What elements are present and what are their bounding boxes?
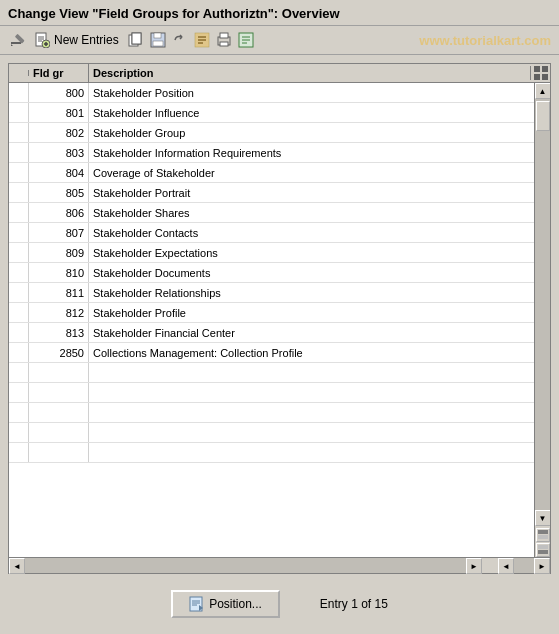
table-row[interactable]: 805 Stakeholder Portrait (9, 183, 534, 203)
row-fldgr-cell: 801 (29, 103, 89, 122)
row-select-empty (9, 423, 29, 442)
scroll-left-arrow2[interactable]: ◄ (498, 558, 514, 574)
svg-rect-21 (220, 33, 228, 38)
undo-icon[interactable] (171, 31, 189, 49)
edit-icon[interactable] (8, 31, 26, 49)
row-desc-cell: Stakeholder Relationships (89, 283, 534, 302)
row-select-cell (9, 103, 29, 122)
row-select-empty (9, 443, 29, 462)
scroll-extra-down-icon (538, 545, 548, 555)
vertical-scrollbar[interactable]: ▲ ▼ (534, 83, 550, 557)
position-button[interactable]: Position... (171, 590, 280, 618)
row-desc-cell: Stakeholder Financial Center (89, 323, 534, 342)
row-select-cell (9, 203, 29, 222)
svg-rect-31 (538, 530, 548, 534)
scroll-right-arrow2[interactable]: ► (534, 558, 550, 574)
row-select-cell (9, 343, 29, 362)
table-row[interactable]: 800 Stakeholder Position (9, 83, 534, 103)
scroll-down-arrow[interactable]: ▼ (535, 510, 551, 526)
scroll-track-h2[interactable] (514, 558, 534, 573)
row-fldgr-cell: 810 (29, 263, 89, 282)
row-fldgr-cell: 804 (29, 163, 89, 182)
title-bar: Change View "Field Groups for Authoriztn… (0, 0, 559, 26)
row-desc-cell: Stakeholder Position (89, 83, 534, 102)
scroll-right-arrow[interactable]: ► (466, 558, 482, 574)
row-select-empty (9, 383, 29, 402)
table-row[interactable]: 811 Stakeholder Relationships (9, 283, 534, 303)
row-select-cell (9, 183, 29, 202)
row-select-cell (9, 163, 29, 182)
scroll-corner (482, 558, 498, 573)
header-settings[interactable] (530, 66, 550, 80)
h-scroll-right-section: ◄ ► (498, 558, 550, 573)
row-desc-cell: Stakeholder Profile (89, 303, 534, 322)
table-row[interactable]: 806 Stakeholder Shares (9, 203, 534, 223)
row-fldgr-empty (29, 423, 89, 442)
row-fldgr-empty (29, 383, 89, 402)
svg-rect-34 (538, 550, 548, 554)
refresh-icon[interactable] (193, 31, 211, 49)
row-fldgr-empty (29, 363, 89, 382)
table-row-empty (9, 363, 534, 383)
table-row[interactable]: 801 Stakeholder Influence (9, 103, 534, 123)
table-row[interactable]: 804 Coverage of Stakeholder (9, 163, 534, 183)
table-body: 800 Stakeholder Position 801 Stakeholder… (9, 83, 550, 557)
row-desc-cell: Stakeholder Contacts (89, 223, 534, 242)
window-title: Change View "Field Groups for Authoriztn… (8, 6, 340, 21)
new-entries-button[interactable]: New Entries (30, 30, 123, 50)
content-area: Fld gr Description 800 Stakeho (0, 55, 559, 634)
row-desc-cell: Stakeholder Information Requirements (89, 143, 534, 162)
scroll-track-v[interactable] (535, 99, 550, 510)
table-row-empty (9, 383, 534, 403)
table-row[interactable]: 807 Stakeholder Contacts (9, 223, 534, 243)
entry-info: Entry 1 of 15 (320, 597, 388, 611)
svg-rect-27 (534, 66, 540, 72)
svg-rect-32 (538, 535, 548, 539)
export-icon[interactable] (237, 31, 255, 49)
table-row-empty (9, 403, 534, 423)
row-fldgr-cell: 802 (29, 123, 89, 142)
row-desc-cell: Stakeholder Shares (89, 203, 534, 222)
row-fldgr-cell: 807 (29, 223, 89, 242)
horizontal-scrollbar[interactable]: ◄ ► ◄ ► (9, 557, 550, 573)
watermark: www.tutorialkart.com (419, 33, 551, 48)
svg-rect-14 (154, 33, 161, 38)
svg-rect-30 (542, 74, 548, 80)
row-fldgr-cell: 806 (29, 203, 89, 222)
table-row[interactable]: 803 Stakeholder Information Requirements (9, 143, 534, 163)
scroll-extra-up[interactable] (536, 528, 550, 542)
svg-marker-1 (11, 44, 13, 46)
svg-rect-22 (220, 42, 228, 46)
column-settings-icon (534, 66, 548, 80)
row-fldgr-empty (29, 443, 89, 462)
table-row[interactable]: 812 Stakeholder Profile (9, 303, 534, 323)
scroll-extra-down[interactable] (536, 543, 550, 557)
print-icon[interactable] (215, 31, 233, 49)
table-row[interactable]: 810 Stakeholder Documents (9, 263, 534, 283)
svg-rect-0 (11, 42, 21, 44)
table-row[interactable]: 2850 Collections Management: Collection … (9, 343, 534, 363)
copy-icon[interactable] (127, 31, 145, 49)
row-fldgr-cell: 805 (29, 183, 89, 202)
row-fldgr-cell: 809 (29, 243, 89, 262)
row-select-cell (9, 303, 29, 322)
row-select-cell (9, 83, 29, 102)
row-desc-empty (89, 363, 534, 382)
scroll-thumb-v[interactable] (536, 101, 550, 131)
row-fldgr-cell: 2850 (29, 343, 89, 362)
svg-rect-33 (538, 545, 548, 549)
table-row[interactable]: 813 Stakeholder Financial Center (9, 323, 534, 343)
header-select-col (9, 70, 29, 76)
table-header: Fld gr Description (9, 64, 550, 83)
scroll-left-arrow[interactable]: ◄ (9, 558, 25, 574)
svg-rect-28 (542, 66, 548, 72)
row-fldgr-cell: 813 (29, 323, 89, 342)
table-row[interactable]: 802 Stakeholder Group (9, 123, 534, 143)
row-select-cell (9, 143, 29, 162)
scroll-track-h[interactable] (25, 558, 466, 573)
row-select-cell (9, 123, 29, 142)
table-row[interactable]: 809 Stakeholder Expectations (9, 243, 534, 263)
row-desc-empty (89, 423, 534, 442)
save-icon[interactable] (149, 31, 167, 49)
scroll-up-arrow[interactable]: ▲ (535, 83, 551, 99)
